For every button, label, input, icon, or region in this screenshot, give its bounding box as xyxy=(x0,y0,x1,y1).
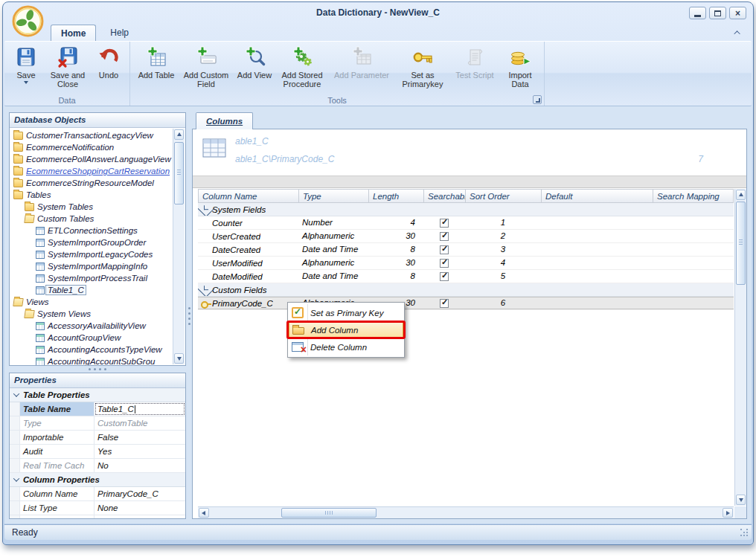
searchable-checkbox[interactable] xyxy=(440,299,449,308)
grid-row[interactable]: DateModified Date and Time 8 5 xyxy=(198,270,734,283)
tree-item[interactable]: Table1_C xyxy=(10,284,172,296)
collapse-ribbon-button[interactable] xyxy=(732,28,744,37)
grid-horizontal-scrollbar[interactable] xyxy=(198,506,734,518)
grid-row[interactable]: UserModified Alphanumeric 30 4 xyxy=(198,257,734,270)
searchable-checkbox[interactable] xyxy=(440,232,449,241)
tree-item[interactable]: EcommerceShoppingCartReservation xyxy=(10,165,172,177)
left-column: Database Objects CustomerTransactionLega… xyxy=(9,112,186,519)
tree-item[interactable]: System Tables xyxy=(10,201,172,213)
searchable-checkbox[interactable] xyxy=(440,272,449,281)
grid-row[interactable]: System Fields xyxy=(198,203,734,216)
grid-vertical-scrollbar[interactable] xyxy=(734,189,746,506)
grid-column-header[interactable]: Sort Order xyxy=(466,190,542,202)
property-value[interactable]: None xyxy=(94,501,185,515)
dialog-launcher-button[interactable] xyxy=(533,95,542,104)
searchable-checkbox[interactable] xyxy=(440,245,449,254)
save-button[interactable]: Save xyxy=(9,43,43,86)
add-custom-field-button[interactable]: Add Custom Field xyxy=(181,43,231,88)
grid-row[interactable]: UserCreated Alphanumeric 30 2 xyxy=(198,230,734,243)
property-row[interactable]: Auto Create Ta xyxy=(10,515,185,518)
add-stored-procedure-button[interactable]: Add Stored Procedure xyxy=(278,43,327,88)
scrollbar-thumb[interactable] xyxy=(174,142,184,205)
add-table-button[interactable]: Add Table xyxy=(135,43,178,80)
property-label: List Type xyxy=(20,501,94,515)
horizontal-splitter[interactable] xyxy=(9,366,186,373)
set-as-primarykey-button[interactable]: Set as Primarykey xyxy=(397,43,449,88)
grid-column-header[interactable]: Column Name xyxy=(199,190,299,202)
grid-row[interactable]: PrimaryCode_C Alphanumeric 30 6 xyxy=(198,297,734,310)
property-row[interactable]: List Type None xyxy=(10,501,185,515)
property-value[interactable]: Yes xyxy=(94,445,185,458)
tree-item[interactable]: AccountGroupView xyxy=(10,332,172,344)
scrollbar-thumb[interactable] xyxy=(736,202,746,285)
minimize-button[interactable] xyxy=(689,7,706,19)
tree-item[interactable]: Tables xyxy=(10,189,172,201)
save-and-close-button[interactable]: Save and Close xyxy=(46,43,89,88)
ribbon: Save Save and Close Undo xyxy=(4,41,752,106)
searchable-checkbox[interactable] xyxy=(440,219,449,228)
tree-item[interactable]: System Views xyxy=(10,308,172,320)
property-value[interactable] xyxy=(94,515,185,518)
scroll-up-button[interactable] xyxy=(736,190,746,200)
scrollbar-thumb[interactable] xyxy=(281,508,377,518)
searchable-checkbox[interactable] xyxy=(440,259,449,268)
titlebar[interactable]: Data Dictionary - NewView_C × xyxy=(3,2,753,23)
tree-item[interactable]: Views xyxy=(10,296,172,308)
property-row[interactable]: Type CustomTable xyxy=(10,416,185,431)
tree-item[interactable]: SystemImportMappingInfo xyxy=(10,260,172,272)
grid-row[interactable]: Custom Fields xyxy=(198,283,734,297)
scroll-left-button[interactable] xyxy=(199,508,209,518)
context-menu-item[interactable]: Delete Column xyxy=(289,338,403,355)
tab-help[interactable]: Help xyxy=(100,25,138,41)
tree-item[interactable]: EcommerceStringResourceModel xyxy=(10,177,172,189)
scroll-down-button[interactable] xyxy=(736,495,746,505)
context-menu-item[interactable]: Set as Primary Key xyxy=(289,304,403,321)
grid-column-header[interactable]: Searchabl xyxy=(424,190,466,202)
grid-row[interactable]: DateCreated Date and Time 8 3 xyxy=(198,243,734,257)
property-row[interactable]: Column Name PrimaryCode_C xyxy=(10,487,185,501)
property-row[interactable]: Importable False xyxy=(10,431,185,445)
grid-row[interactable]: Counter Number 4 1 xyxy=(198,216,734,230)
grid-column-header[interactable]: Length xyxy=(369,190,424,202)
maximize-button[interactable] xyxy=(709,7,726,19)
column-properties-section[interactable]: Column Properties xyxy=(10,473,185,487)
tree-item[interactable]: Custom Tables xyxy=(10,213,172,225)
tab-home[interactable]: Home xyxy=(51,25,96,41)
tree-item[interactable]: AccountingAccountSubGrou xyxy=(10,355,172,365)
resize-grip[interactable] xyxy=(740,529,749,538)
app-logo-icon[interactable] xyxy=(11,4,45,38)
property-row[interactable]: Table Name Table1_C xyxy=(10,402,185,416)
tree-item[interactable]: AccountingAccountsTypeView xyxy=(10,344,172,355)
grid-column-header[interactable]: Default xyxy=(542,190,653,202)
property-row[interactable]: Real Time Cach No xyxy=(10,459,185,473)
context-menu-item[interactable]: Add Column xyxy=(289,321,403,338)
scroll-up-button[interactable] xyxy=(174,129,184,140)
tree-item[interactable]: SystemImportLegacyCodes xyxy=(10,248,172,260)
scroll-right-button[interactable] xyxy=(723,508,733,518)
property-value[interactable]: Table1_C xyxy=(94,402,185,416)
close-button[interactable]: × xyxy=(729,7,746,19)
scroll-down-button[interactable] xyxy=(174,353,184,364)
grid-column-header[interactable]: Type xyxy=(299,190,369,202)
add-view-button[interactable]: Add View xyxy=(234,43,275,80)
tree-item[interactable]: CustomerTransactionLegacyView xyxy=(10,129,172,141)
tree-scrollbar[interactable] xyxy=(173,129,185,364)
tree-item[interactable]: AccessoryAvailabilityView xyxy=(10,320,172,332)
property-value[interactable]: No xyxy=(94,459,185,472)
tree-item[interactable]: EcommerceNotification xyxy=(10,141,172,153)
tree-item[interactable]: SystemImportProcessTrail xyxy=(10,272,172,284)
import-data-button[interactable]: Import Data xyxy=(501,43,539,88)
property-value[interactable]: False xyxy=(94,431,185,444)
tree-item[interactable]: SystemImportGroupOrder xyxy=(10,236,172,248)
property-row[interactable]: Audit Yes xyxy=(10,445,185,459)
table-properties-section[interactable]: Table Properties xyxy=(10,388,185,402)
grid-column-header[interactable]: Search Mapping xyxy=(653,190,733,202)
property-value[interactable]: PrimaryCode_C xyxy=(94,487,185,500)
tab-columns[interactable]: Columns xyxy=(196,112,253,129)
tree-item[interactable]: ETLConnectionSettings xyxy=(10,225,172,236)
tree-item[interactable]: EcommercePollAnswerLanguageView xyxy=(10,153,172,165)
cell-column-name: Counter xyxy=(198,216,298,229)
vertical-splitter[interactable] xyxy=(186,112,192,519)
undo-button[interactable]: Undo xyxy=(92,43,125,80)
property-value[interactable]: CustomTable xyxy=(94,416,185,430)
